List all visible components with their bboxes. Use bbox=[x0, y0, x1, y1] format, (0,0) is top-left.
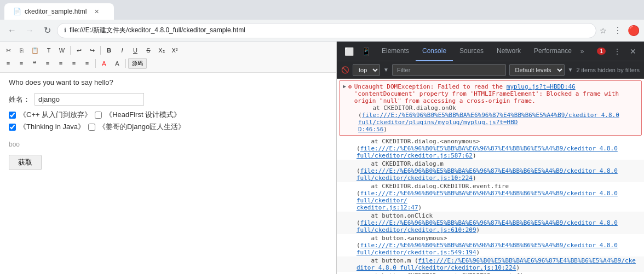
ck-bottom-text: boo bbox=[9, 141, 327, 148]
nav-bar: ← → ↻ ℹ file:///E:/新建文件夹/ckeditor_4.8.0_… bbox=[0, 20, 644, 42]
ck-bold-btn[interactable]: B bbox=[103, 45, 115, 56]
checkbox-cpp[interactable] bbox=[9, 112, 16, 119]
context-arrow-icon: ▼ bbox=[383, 67, 389, 73]
devtools-toolbar: ⬜ 📱 Elements Console Sources Network Per… bbox=[337, 42, 644, 61]
address-bar[interactable]: ℹ file:///E:/新建文件夹/ckeditor_4.8.0_full/c… bbox=[57, 23, 596, 38]
back-button[interactable]: ← bbox=[4, 23, 20, 38]
bookmark-button[interactable]: ☆ bbox=[599, 25, 608, 36]
error-file-link-1[interactable]: myplug.js?t=HBDD:46 bbox=[507, 83, 576, 90]
ck-align-left-btn[interactable]: ≡ bbox=[42, 58, 54, 69]
trace-link-0[interactable]: file:///E:/%E6%96%B0%E5%BB%BA%E6%96%87%E… bbox=[358, 112, 619, 133]
trace-link-6[interactable]: file:///E:/%E6%96%B0%E5%BB%BA%E6%96%87%E… bbox=[357, 257, 636, 271]
tab-sources[interactable]: Sources bbox=[453, 42, 490, 61]
more-tabs-btn[interactable]: » bbox=[578, 48, 586, 55]
console-output: ▶ ⊗ Uncaught DOMException: Failed to rea… bbox=[337, 79, 644, 274]
tab-network[interactable]: Network bbox=[490, 42, 527, 61]
ck-paste-btn[interactable]: 📋 bbox=[28, 45, 42, 56]
ck-bg-color-btn[interactable]: A bbox=[111, 58, 123, 69]
checkbox-java[interactable] bbox=[9, 124, 16, 131]
trace-line-2: at CKEDITOR.dialog.m (file:///E:/%E6%96%… bbox=[337, 160, 644, 182]
toolbar-row-1: ✂ ⎘ 📋 T W ↩ ↪ B I U S X₂ X² bbox=[2, 44, 334, 57]
main-content: ✂ ⎘ 📋 T W ↩ ↪ B I U S X₂ X² ≡ bbox=[0, 42, 644, 274]
tab-favicon: 📄 bbox=[13, 8, 21, 15]
ck-copy-btn[interactable]: ⎘ bbox=[15, 45, 27, 56]
trace-line-3: at CKEDITOR.dialog.CKEDITOR.event.fire (… bbox=[337, 182, 644, 212]
expand-error-icon[interactable]: ▶ bbox=[343, 83, 346, 90]
checkbox-django[interactable] bbox=[88, 124, 95, 131]
checkbox-headfirst[interactable] bbox=[95, 112, 102, 119]
trace-link-1[interactable]: file:///E:/%E6%96%B0%E5%BB%BA%E6%96%87%E… bbox=[357, 145, 618, 159]
trace-line-5: at button.<anonymous> (file:///E:/%E6%96… bbox=[337, 234, 644, 256]
security-icon: ℹ bbox=[64, 27, 66, 34]
ck-source-btn[interactable]: 源码 bbox=[128, 58, 147, 69]
ck-strike-btn[interactable]: S bbox=[142, 45, 154, 56]
ckeditor-panel: ✂ ⎘ 📋 T W ↩ ↪ B I U S X₂ X² ≡ bbox=[0, 42, 337, 274]
trace-link-2[interactable]: file:///E:/%E6%96%B0%E5%BB%BA%E6%96%87%E… bbox=[357, 167, 618, 182]
ckeditor-content: Who does you want to say hello? 姓名： 《C++… bbox=[0, 73, 336, 274]
ck-align-center-btn[interactable]: ≡ bbox=[55, 58, 67, 69]
name-input[interactable] bbox=[34, 93, 144, 106]
error-trace-in-box: at CKEDITOR.dialog.onOk (file:///E:/%E6%… bbox=[343, 104, 638, 133]
tab-elements[interactable]: Elements bbox=[375, 42, 416, 61]
tab-console[interactable]: Console bbox=[416, 42, 453, 61]
ck-font-color-btn[interactable]: A bbox=[98, 58, 110, 69]
address-text: file:///E:/新建文件夹/ckeditor_4.8.0_full/cke… bbox=[70, 26, 589, 35]
trace-line-1: at CKEDITOR.dialog.<anonymous> (file:///… bbox=[337, 137, 644, 160]
ck-italic-btn[interactable]: I bbox=[116, 45, 128, 56]
ck-undo-btn[interactable]: ↩ bbox=[73, 45, 85, 56]
console-level-select[interactable]: Default levels bbox=[509, 64, 565, 76]
red-circle-icon: 🔴 bbox=[628, 25, 640, 37]
trace-link-3[interactable]: file:///E:/%E6%96%B0%E5%BB%BA%E6%96%87%E… bbox=[357, 190, 618, 211]
console-filter-input[interactable] bbox=[392, 64, 506, 76]
tab-performance[interactable]: Performance bbox=[527, 42, 578, 61]
ck-question-text: Who does you want to say hello? bbox=[9, 78, 327, 86]
console-ban-icon[interactable]: 🚫 bbox=[341, 66, 349, 74]
toolbar-row-2: ≡ ≡ ❝ ≡ ≡ ≡ ≡ A A 源码 bbox=[2, 57, 334, 70]
trace-link-5[interactable]: file:///E:/%E6%96%B0%E5%BB%BA%E6%96%87%E… bbox=[357, 242, 618, 256]
name-field-row: 姓名： bbox=[9, 93, 327, 106]
ck-underline-btn[interactable]: U bbox=[129, 45, 141, 56]
tab-close-icon[interactable]: ✕ bbox=[94, 8, 99, 15]
checkbox-headfirst-label: 《HeadFirst 设计模式》 bbox=[105, 110, 181, 120]
trace-line-7: at button.CKEDITOR.event.CKEDITOR.event.… bbox=[337, 272, 644, 274]
ck-redo-btn[interactable]: ↪ bbox=[86, 45, 98, 56]
devtools-settings-btn[interactable]: ⋮ bbox=[610, 45, 624, 58]
reload-button[interactable]: ↻ bbox=[39, 23, 55, 38]
ck-superscript-btn[interactable]: X² bbox=[169, 45, 181, 56]
browser-tab[interactable]: 📄 ckeditor_sample.html ✕ bbox=[4, 3, 114, 20]
ck-cut-btn[interactable]: ✂ bbox=[2, 45, 14, 56]
ckeditor-toolbar: ✂ ⎘ 📋 T W ↩ ↪ B I U S X₂ X² ≡ bbox=[0, 42, 336, 73]
ck-paste-word-btn[interactable]: W bbox=[56, 45, 68, 56]
ck-subscript-btn[interactable]: X₂ bbox=[156, 45, 168, 56]
devtools-more-btn[interactable]: ✕ bbox=[626, 45, 640, 58]
ck-ul-btn[interactable]: ≡ bbox=[15, 58, 27, 69]
toolbar-separator-3 bbox=[95, 59, 96, 68]
ck-paste-text-btn[interactable]: T bbox=[43, 45, 55, 56]
error-circle-icon: ⊗ bbox=[348, 83, 352, 90]
name-label: 姓名： bbox=[9, 95, 30, 104]
ck-ol-btn[interactable]: ≡ bbox=[2, 58, 14, 69]
browser-window: 📄 ckeditor_sample.html ✕ ← → ↻ ℹ file://… bbox=[0, 0, 644, 274]
forward-button[interactable]: → bbox=[22, 23, 37, 38]
console-context-select[interactable]: top bbox=[353, 64, 380, 76]
tab-title: ckeditor_sample.html bbox=[25, 8, 87, 15]
hidden-items-info: 2 items hidden by filters bbox=[576, 67, 640, 73]
devtools-inspect-btn[interactable]: ⬜ bbox=[341, 45, 357, 58]
checkbox-group: 《C++ 从入门到放弃》 《HeadFirst 设计模式》 《Thinking … bbox=[9, 110, 327, 132]
error-main-row: ▶ ⊗ Uncaught DOMException: Failed to rea… bbox=[343, 83, 638, 104]
ck-blockquote-btn[interactable]: ❝ bbox=[28, 58, 41, 69]
error-message-text: Uncaught DOMException: Failed to read th… bbox=[354, 83, 638, 104]
toolbar-separator-4 bbox=[125, 59, 126, 68]
ck-align-right-btn[interactable]: ≡ bbox=[68, 58, 80, 69]
trace-line-4: at button.onClick (file:///E:/%E6%96%B0%… bbox=[337, 212, 644, 234]
trace-line-0: at CKEDITOR.dialog.onOk (file:///E:/%E6%… bbox=[358, 104, 638, 133]
extensions-button[interactable]: ⋮ bbox=[610, 23, 625, 38]
tab-bar: 📄 ckeditor_sample.html ✕ bbox=[0, 0, 644, 20]
toolbar-separator-2 bbox=[100, 46, 101, 55]
devtools-tabs: Elements Console Sources Network Perform… bbox=[375, 42, 586, 61]
submit-button[interactable]: 获取 bbox=[9, 155, 42, 170]
devtools-device-btn[interactable]: 📱 bbox=[358, 45, 374, 58]
trace-link-4[interactable]: file:///E:/%E6%96%B0%E5%BB%BA%E6%96%87%E… bbox=[357, 219, 618, 234]
ck-justify-btn[interactable]: ≡ bbox=[81, 58, 93, 69]
devtools-panel: ⬜ 📱 Elements Console Sources Network Per… bbox=[337, 42, 644, 274]
